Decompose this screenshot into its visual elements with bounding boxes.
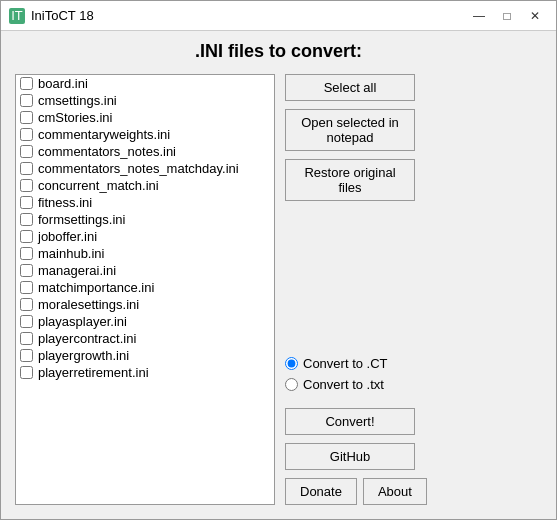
file-checkbox[interactable]: [20, 111, 33, 124]
file-name-label: joboffer.ini: [38, 229, 97, 244]
radio-item-txt: Convert to .txt: [285, 377, 542, 392]
file-checkbox[interactable]: [20, 366, 33, 379]
github-button[interactable]: GitHub: [285, 443, 415, 470]
close-button[interactable]: ✕: [522, 6, 548, 26]
bottom-buttons: Donate About: [285, 478, 542, 505]
app-icon: IT: [9, 8, 25, 24]
main-window: IT IniToCT 18 — □ ✕ .INI files to conver…: [0, 0, 557, 520]
minimize-button[interactable]: —: [466, 6, 492, 26]
window-title: IniToCT 18: [31, 8, 94, 23]
radio-txt-label[interactable]: Convert to .txt: [303, 377, 384, 392]
file-name-label: playergrowth.ini: [38, 348, 129, 363]
content-area: .INI files to convert: board.inicmsettin…: [1, 31, 556, 519]
list-item: cmStories.ini: [16, 109, 274, 126]
file-checkbox[interactable]: [20, 128, 33, 141]
list-item: cmsettings.ini: [16, 92, 274, 109]
list-item: board.ini: [16, 75, 274, 92]
list-item: formsettings.ini: [16, 211, 274, 228]
file-checkbox[interactable]: [20, 281, 33, 294]
list-item: joboffer.ini: [16, 228, 274, 245]
file-checkbox[interactable]: [20, 196, 33, 209]
convert-button[interactable]: Convert!: [285, 408, 415, 435]
right-panel: Select all Open selected in notepad Rest…: [285, 74, 542, 505]
radio-item-ct: Convert to .CT: [285, 356, 542, 371]
window-controls: — □ ✕: [466, 6, 548, 26]
list-item: matchimportance.ini: [16, 279, 274, 296]
file-checkbox[interactable]: [20, 213, 33, 226]
file-name-label: commentators_notes.ini: [38, 144, 176, 159]
page-title: .INI files to convert:: [15, 41, 542, 62]
file-name-label: formsettings.ini: [38, 212, 125, 227]
list-item: commentators_notes.ini: [16, 143, 274, 160]
select-all-button[interactable]: Select all: [285, 74, 415, 101]
file-name-label: playercontract.ini: [38, 331, 136, 346]
file-name-label: concurrent_match.ini: [38, 178, 159, 193]
file-name-label: moralesettings.ini: [38, 297, 139, 312]
restore-files-button[interactable]: Restore original files: [285, 159, 415, 201]
list-item: concurrent_match.ini: [16, 177, 274, 194]
file-checkbox[interactable]: [20, 332, 33, 345]
file-name-label: playasplayer.ini: [38, 314, 127, 329]
file-checkbox[interactable]: [20, 179, 33, 192]
list-item: playerretirement.ini: [16, 364, 274, 381]
file-checkbox[interactable]: [20, 315, 33, 328]
file-checkbox[interactable]: [20, 94, 33, 107]
file-name-label: matchimportance.ini: [38, 280, 154, 295]
file-checkbox[interactable]: [20, 349, 33, 362]
list-item: managerai.ini: [16, 262, 274, 279]
file-checkbox[interactable]: [20, 230, 33, 243]
about-button[interactable]: About: [363, 478, 427, 505]
file-name-label: cmsettings.ini: [38, 93, 117, 108]
radio-ct-label[interactable]: Convert to .CT: [303, 356, 388, 371]
list-item: commentaryweights.ini: [16, 126, 274, 143]
title-bar: IT IniToCT 18 — □ ✕: [1, 1, 556, 31]
file-name-label: cmStories.ini: [38, 110, 112, 125]
list-item: playercontract.ini: [16, 330, 274, 347]
main-area: board.inicmsettings.inicmStories.inicomm…: [15, 74, 542, 505]
file-name-label: playerretirement.ini: [38, 365, 149, 380]
file-name-label: mainhub.ini: [38, 246, 105, 261]
list-item: commentators_notes_matchday.ini: [16, 160, 274, 177]
file-checkbox[interactable]: [20, 162, 33, 175]
list-item: playergrowth.ini: [16, 347, 274, 364]
list-item: fitness.ini: [16, 194, 274, 211]
file-name-label: commentaryweights.ini: [38, 127, 170, 142]
list-item: playasplayer.ini: [16, 313, 274, 330]
file-name-label: board.ini: [38, 76, 88, 91]
file-name-label: commentators_notes_matchday.ini: [38, 161, 239, 176]
file-name-label: managerai.ini: [38, 263, 116, 278]
open-in-notepad-button[interactable]: Open selected in notepad: [285, 109, 415, 151]
file-checkbox[interactable]: [20, 298, 33, 311]
list-item: moralesettings.ini: [16, 296, 274, 313]
file-name-label: fitness.ini: [38, 195, 92, 210]
radio-ct[interactable]: [285, 357, 298, 370]
convert-options: Convert to .CT Convert to .txt: [285, 356, 542, 392]
file-checkbox[interactable]: [20, 247, 33, 260]
maximize-button[interactable]: □: [494, 6, 520, 26]
file-checkbox[interactable]: [20, 77, 33, 90]
file-checkbox[interactable]: [20, 145, 33, 158]
file-checkbox[interactable]: [20, 264, 33, 277]
donate-button[interactable]: Donate: [285, 478, 357, 505]
radio-txt[interactable]: [285, 378, 298, 391]
list-item: mainhub.ini: [16, 245, 274, 262]
file-list-container[interactable]: board.inicmsettings.inicmStories.inicomm…: [15, 74, 275, 505]
